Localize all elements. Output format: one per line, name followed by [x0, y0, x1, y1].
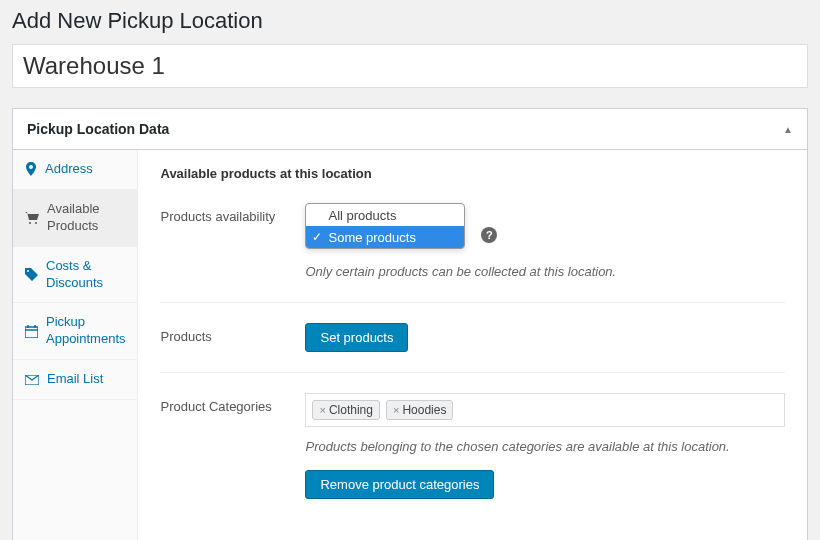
cart-icon [25, 212, 39, 224]
field-products-availability: Products availability All products ✓ Som… [160, 203, 785, 303]
option-label: All products [328, 208, 396, 223]
collapse-toggle-icon[interactable]: ▲ [783, 124, 793, 135]
tag-icon [25, 268, 38, 281]
tab-available-products[interactable]: Available Products [13, 190, 137, 247]
field-label: Products [160, 323, 305, 344]
categories-hint: Products belonging to the chosen categor… [305, 437, 785, 457]
tab-label: Costs & Discounts [46, 258, 125, 292]
help-icon[interactable]: ? [481, 227, 497, 243]
tab-label: Address [45, 161, 93, 178]
svg-point-0 [29, 222, 31, 224]
remove-tag-icon[interactable]: × [393, 404, 399, 416]
tab-email-list[interactable]: Email List [13, 360, 137, 400]
remove-tag-icon[interactable]: × [319, 404, 325, 416]
svg-point-1 [35, 222, 37, 224]
section-title: Available products at this location [160, 166, 785, 181]
sidebar-tabs: Address Available Products Costs & Disco… [13, 150, 138, 540]
page-heading: Add New Pickup Location [12, 8, 808, 34]
availability-hint: Only certain products can be collected a… [305, 262, 785, 282]
tab-label: Email List [47, 371, 103, 388]
remove-categories-button[interactable]: Remove product categories [305, 470, 494, 499]
calendar-icon [25, 325, 38, 338]
tab-address[interactable]: Address [13, 150, 137, 190]
option-label: Some products [328, 230, 415, 245]
pin-icon [25, 162, 37, 176]
field-products: Products Set products [160, 323, 785, 373]
tab-label: Available Products [47, 201, 125, 235]
mail-icon [25, 375, 39, 385]
tab-pickup-appointments[interactable]: Pickup Appointments [13, 303, 137, 360]
panel-header: Pickup Location Data ▲ [13, 109, 807, 150]
category-tag-hoodies: × Hoodies [386, 400, 453, 420]
pickup-location-panel: Pickup Location Data ▲ Address Available… [12, 108, 808, 540]
field-label: Products availability [160, 203, 305, 224]
field-product-categories: Product Categories × Clothing × Hoodies [160, 393, 785, 520]
panel-title: Pickup Location Data [27, 121, 169, 137]
svg-rect-2 [25, 327, 38, 338]
tab-label: Pickup Appointments [46, 314, 125, 348]
dropdown-option-some[interactable]: ✓ Some products [306, 226, 464, 248]
tab-content: Available products at this location Prod… [138, 150, 807, 540]
tag-label: Hoodies [402, 403, 446, 417]
title-input[interactable] [12, 44, 808, 88]
field-label: Product Categories [160, 393, 305, 414]
categories-tag-input[interactable]: × Clothing × Hoodies [305, 393, 785, 427]
tag-label: Clothing [329, 403, 373, 417]
tab-costs-discounts[interactable]: Costs & Discounts [13, 247, 137, 304]
check-icon: ✓ [312, 230, 322, 244]
availability-dropdown[interactable]: All products ✓ Some products [305, 203, 465, 249]
category-tag-clothing: × Clothing [312, 400, 379, 420]
dropdown-option-all[interactable]: All products [306, 204, 464, 226]
set-products-button[interactable]: Set products [305, 323, 408, 352]
